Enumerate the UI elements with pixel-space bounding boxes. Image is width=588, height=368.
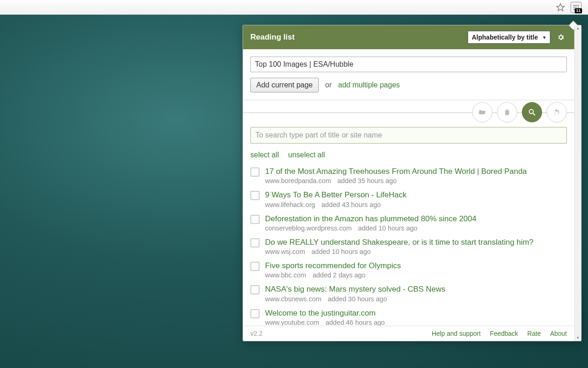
selection-links: select all unselect all: [243, 149, 574, 164]
reading-list-popup: Reading list Alphabetically by title Add…: [243, 25, 582, 341]
item-title-link[interactable]: 17 of the Most Amazing Treehouses From A…: [265, 167, 567, 176]
page-title-input[interactable]: [250, 57, 567, 72]
undo-button[interactable]: [547, 102, 567, 122]
item-added: added 2 days ago: [312, 271, 365, 279]
item-title-link[interactable]: Five sports recommended for Olympics: [265, 261, 567, 270]
svg-rect-2: [573, 7, 577, 7]
browser-toolbar: 11: [0, 0, 588, 15]
item-added: added 10 hours ago: [358, 224, 418, 232]
folder-open-icon: [478, 108, 486, 116]
item-added: added 10 hours ago: [311, 248, 371, 255]
list-item: Do we REALLY understand Shakespeare, or …: [250, 235, 567, 258]
item-title-link[interactable]: Deforestation in the Amazon has plummete…: [265, 214, 567, 224]
list-item: 9 Ways To Be A Better Person - LifeHack …: [250, 187, 567, 211]
scrollbar[interactable]: [574, 25, 581, 341]
item-title-link[interactable]: Welcome to the justinguitar.com: [265, 308, 567, 318]
search-icon: [528, 108, 536, 116]
extension-badge: 11: [575, 8, 582, 13]
svg-rect-1: [573, 5, 577, 6]
or-label: or: [325, 81, 332, 89]
rate-link[interactable]: Rate: [527, 330, 541, 337]
svg-line-8: [533, 113, 535, 115]
search-input[interactable]: [250, 127, 567, 144]
item-title-link[interactable]: NASA's big news: Mars mystery solved - C…: [265, 284, 567, 294]
list-item: Deforestation in the Amazon has plummete…: [250, 211, 567, 235]
item-checkbox[interactable]: [250, 238, 260, 247]
popup-title: Reading list: [250, 33, 468, 42]
item-site: www.boredpanda.com: [265, 177, 331, 184]
list-item: Welcome to the justinguitar.com www.yout…: [250, 305, 567, 326]
add-current-page-button[interactable]: Add current page: [250, 78, 319, 92]
settings-button[interactable]: [555, 31, 567, 43]
open-folder-button[interactable]: [472, 102, 492, 122]
item-checkbox[interactable]: [250, 309, 260, 318]
actions-toolbar: [243, 100, 574, 124]
svg-point-4: [577, 5, 579, 6]
item-added: added 35 hours ago: [337, 177, 396, 184]
search-button[interactable]: [522, 102, 542, 122]
svg-point-7: [529, 109, 533, 114]
popup-footer: v2.2 Help and support Feedback Rate Abou…: [243, 326, 574, 341]
item-checkbox[interactable]: [250, 285, 260, 294]
help-link[interactable]: Help and support: [432, 330, 481, 337]
list-item: 17 of the Most Amazing Treehouses From A…: [250, 164, 567, 187]
item-added: added 30 hours ago: [328, 295, 387, 303]
item-added: added 43 hours ago: [322, 201, 381, 208]
version-label: v2.2: [250, 330, 423, 337]
item-site: www.wsj.com: [265, 248, 305, 255]
item-checkbox[interactable]: [250, 191, 260, 200]
feedback-link[interactable]: Feedback: [490, 330, 518, 337]
svg-marker-0: [557, 4, 565, 11]
sort-select[interactable]: Alphabetically by title: [468, 31, 550, 44]
reading-list: 17 of the Most Amazing Treehouses From A…: [243, 164, 574, 326]
item-site: www.cbsnews.com: [265, 295, 321, 303]
list-item: NASA's big news: Mars mystery solved - C…: [250, 282, 567, 305]
gear-icon: [556, 32, 566, 42]
item-checkbox[interactable]: [250, 215, 260, 224]
item-checkbox[interactable]: [250, 167, 260, 177]
item-title-link[interactable]: Do we REALLY understand Shakespeare, or …: [265, 237, 567, 247]
trash-icon: [503, 108, 511, 116]
item-checkbox[interactable]: [250, 262, 260, 271]
add-section: Add current page or add multiple pages: [243, 49, 574, 100]
item-site: conserveblog.wordpress.com: [265, 224, 352, 232]
popup-header: Reading list Alphabetically by title: [243, 25, 574, 49]
item-title-link[interactable]: 9 Ways To Be A Better Person - LifeHack: [265, 190, 567, 200]
unselect-all-link[interactable]: unselect all: [288, 151, 325, 159]
item-site: www.lifehack.org: [265, 201, 315, 208]
add-multiple-link[interactable]: add multiple pages: [338, 81, 400, 89]
item-site: www.youtube.com: [265, 319, 319, 326]
select-all-link[interactable]: select all: [250, 151, 279, 159]
item-added: added 46 hours ago: [326, 319, 385, 326]
list-item: Five sports recommended for Olympics www…: [250, 258, 567, 282]
delete-button[interactable]: [497, 102, 517, 122]
bookmark-star-icon[interactable]: [555, 2, 566, 13]
svg-point-5: [577, 7, 579, 8]
search-section: [243, 124, 574, 149]
about-link[interactable]: About: [550, 330, 567, 337]
item-site: www.bbc.com: [265, 271, 306, 279]
extension-icon[interactable]: 11: [571, 2, 582, 13]
undo-icon: [553, 108, 561, 116]
